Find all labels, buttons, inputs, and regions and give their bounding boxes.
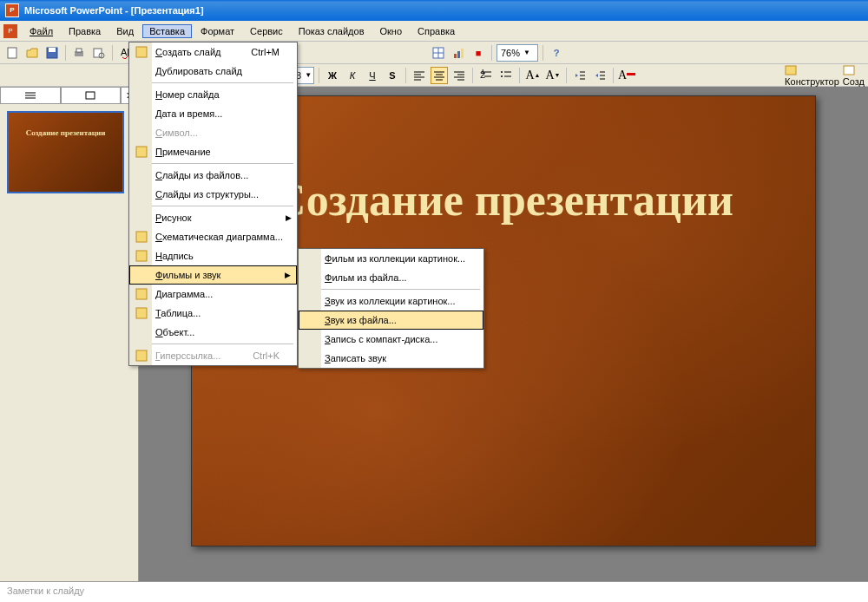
underline-button[interactable]: Ч [364, 67, 381, 84]
menu-file[interactable]: Файл [23, 24, 60, 38]
svg-rect-42 [844, 66, 854, 75]
insert-menu-dropdown: Создать слайдCtrl+MДублировать слайдНоме… [128, 42, 298, 366]
tables-button[interactable] [430, 44, 447, 62]
svg-rect-57 [136, 232, 147, 242]
menu-item[interactable]: Создать слайдCtrl+M [129, 43, 297, 62]
color-button[interactable]: ■ [470, 44, 487, 62]
hyperlink-icon [135, 349, 148, 363]
menu-item[interactable]: Звук из коллекции картинок... [299, 291, 483, 311]
menu-slideshow[interactable]: Показ слайдов [292, 24, 372, 38]
slides-panel: ✕ 1 Создание презентации [0, 87, 139, 581]
menu-insert[interactable]: Вставка [142, 24, 192, 38]
menu-tools[interactable]: Сервис [243, 24, 290, 38]
menu-edit[interactable]: Правка [62, 24, 108, 38]
menu-item[interactable]: Фильм из файла... [299, 268, 483, 287]
svg-rect-58 [136, 251, 147, 261]
powerpoint-icon: P [5, 3, 19, 17]
menu-item[interactable]: Примечание [129, 142, 297, 161]
designer-button[interactable]: Конструктор [785, 64, 839, 87]
svg-rect-61 [136, 350, 147, 361]
menu-item[interactable]: Фильмы и звук▶ [129, 265, 297, 285]
menu-item[interactable]: Диаграмма... [129, 285, 297, 304]
bold-button[interactable]: Ж [324, 67, 341, 84]
chart-button[interactable] [450, 44, 467, 62]
decrease-font-button[interactable]: A▼ [544, 67, 562, 84]
svg-rect-14 [461, 49, 464, 58]
preview-button[interactable] [90, 44, 108, 62]
notes-pane[interactable]: Заметки к слайду [0, 581, 868, 602]
menu-item: Гиперссылка...Ctrl+K [129, 346, 297, 365]
menu-item[interactable]: Записать звук [299, 349, 483, 368]
menu-format[interactable]: Формат [194, 24, 241, 38]
menu-item[interactable]: Объект... [129, 323, 297, 342]
new-slide-button[interactable]: Созд [843, 64, 865, 87]
svg-rect-13 [457, 51, 460, 58]
svg-rect-60 [136, 308, 147, 318]
table-icon [135, 306, 148, 320]
notes-placeholder: Заметки к слайду [7, 586, 84, 596]
svg-rect-2 [49, 48, 56, 52]
menu-item[interactable]: Надпись [129, 246, 297, 265]
numbering-button[interactable]: 12 [477, 67, 495, 84]
textbox-icon [135, 249, 148, 263]
app-title: Microsoft PowerPoint [24, 5, 122, 16]
menu-item[interactable]: Дублировать слайд [129, 62, 297, 81]
menu-window[interactable]: Окно [373, 24, 410, 38]
open-button[interactable] [23, 44, 41, 62]
menu-item[interactable]: Запись с компакт-диска... [299, 330, 483, 349]
align-left-button[interactable] [411, 67, 428, 84]
increase-font-button[interactable]: A▲ [524, 67, 542, 84]
bullets-button[interactable] [497, 67, 515, 84]
shadow-button[interactable]: S [384, 67, 401, 84]
svg-rect-12 [454, 54, 457, 58]
svg-rect-41 [786, 66, 796, 75]
svg-rect-55 [136, 47, 147, 57]
slide-thumbnail-1[interactable]: Создание презентации [7, 111, 124, 193]
new-slide-icon [135, 45, 148, 59]
menu-item[interactable]: Схематическая диаграмма... [129, 227, 297, 246]
menu-item: Символ... [129, 123, 297, 142]
svg-rect-0 [8, 48, 16, 58]
svg-rect-4 [76, 49, 82, 52]
help-button[interactable]: ? [548, 44, 565, 62]
decrease-indent-button[interactable] [571, 67, 589, 84]
print-button[interactable] [70, 44, 88, 62]
save-button[interactable] [43, 44, 61, 62]
menu-item[interactable]: Номер слайда [129, 85, 297, 104]
align-right-button[interactable] [450, 67, 468, 84]
titlebar: P Microsoft PowerPoint - [Презентация1] [0, 0, 868, 21]
svg-rect-59 [136, 289, 147, 299]
slides-tab[interactable] [61, 87, 122, 104]
align-center-button[interactable] [431, 67, 448, 84]
menu-item[interactable]: Таблица... [129, 304, 297, 323]
menu-item[interactable]: Слайды из файлов... [129, 166, 297, 185]
menu-item[interactable]: Слайды из структуры... [129, 185, 297, 204]
doc-icon: P [3, 24, 17, 38]
svg-text:2: 2 [480, 69, 485, 80]
increase-indent-button[interactable] [591, 67, 608, 84]
menu-help[interactable]: Справка [411, 24, 462, 38]
svg-rect-56 [136, 147, 147, 157]
outline-tab[interactable] [0, 87, 61, 104]
menu-item[interactable]: Звук из файла... [299, 311, 483, 330]
svg-point-33 [501, 75, 503, 77]
chart-icon [135, 287, 148, 301]
movies-sound-submenu: Фильм из коллекции картинок...Фильм из ф… [298, 248, 484, 369]
menubar: P Файл Правка Вид Вставка Формат Сервис … [0, 21, 868, 42]
menu-item[interactable]: Дата и время... [129, 104, 297, 123]
italic-button[interactable]: К [344, 67, 361, 84]
font-color-button[interactable]: A [618, 67, 635, 84]
svg-point-31 [501, 71, 503, 73]
menu-item[interactable]: Фильм из коллекции картинок... [299, 249, 483, 268]
new-button[interactable] [3, 44, 21, 62]
menu-view[interactable]: Вид [109, 24, 141, 38]
menu-item[interactable]: Рисунок▶ [129, 208, 297, 227]
comment-icon [135, 145, 148, 159]
doc-title: [Презентация1] [131, 5, 204, 16]
diagram-icon [135, 230, 148, 244]
svg-rect-46 [86, 92, 95, 99]
zoom-combo[interactable]: 76%▼ [496, 44, 538, 62]
